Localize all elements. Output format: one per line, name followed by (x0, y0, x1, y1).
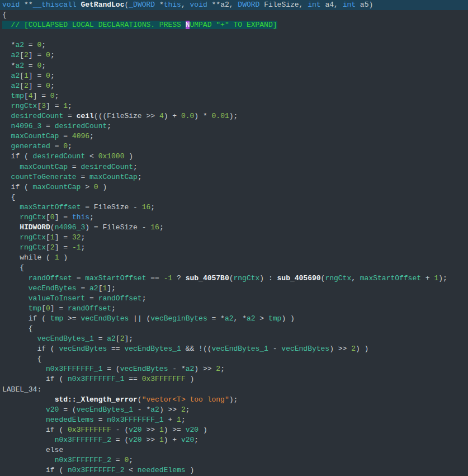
code-token-p: ; (133, 163, 138, 171)
code-line[interactable]: maxStartOffset = FileSize - 16; (0, 202, 468, 213)
code-line[interactable]: void **__thiscall GetRandLoc(_DWORD *thi… (0, 0, 468, 10)
code-line[interactable]: { (0, 192, 468, 202)
code-token-p: * (2, 41, 15, 49)
code-token-v: countToGenerate (11, 173, 77, 181)
code-token-p: == (124, 375, 141, 383)
code-line[interactable]: { (0, 354, 468, 364)
code-token-p: ); (229, 112, 238, 120)
code-line[interactable]: else (0, 445, 468, 455)
code-token-n: 2 (50, 243, 55, 252)
code-line[interactable]: maxCountCap = 4096; (0, 131, 468, 142)
code-token-f: ceil (77, 112, 94, 120)
code-token-p: { (2, 355, 41, 363)
code-line[interactable]: if ( vecEndBytes == vecEndBytes_1 && !((… (0, 344, 468, 354)
code-line[interactable]: a2[2] = 0; (0, 50, 468, 60)
code-token-p: { (2, 263, 24, 272)
code-line[interactable]: { (0, 10, 468, 20)
code-token-p: (((FileSize >> (94, 112, 159, 120)
code-token-n: 1 (177, 416, 181, 424)
code-token-n: 0 (63, 142, 68, 150)
code-line[interactable]: v20 = (vecEndBytes_1 - *a2) >> 2; (0, 405, 468, 415)
code-line[interactable]: if ( desiredCount < 0x1000 ) (0, 152, 468, 162)
code-token-v: vecEndBytes_1 (124, 345, 181, 353)
code-line[interactable]: if ( tmp >= vecEndBytes || (vecBeginByte… (0, 314, 468, 324)
code-token-p (2, 112, 11, 120)
code-line[interactable]: n0x3FFFFFFF_2 = 0; (0, 455, 468, 465)
code-token-p: ? (172, 274, 185, 282)
code-token-p: = (59, 132, 72, 140)
code-token-p (2, 416, 46, 424)
code-token-p (2, 406, 46, 414)
code-token-p: if ( (2, 426, 68, 434)
code-line[interactable]: if ( 0x3FFFFFFF - (v20 >> 1) >= v20 ) (0, 425, 468, 435)
decompiler-pseudocode-view[interactable]: void **__thiscall GetRandLoc(_DWORD *thi… (0, 0, 468, 476)
code-line[interactable]: tmp[0] = randOffset; (0, 304, 468, 314)
code-token-v: n0x3FFFFFFF_1 (68, 375, 124, 383)
code-token-n: 0 (46, 82, 50, 90)
code-line[interactable]: rngCtx[3] = 1; (0, 101, 468, 111)
code-line[interactable]: { (0, 324, 468, 334)
code-line[interactable]: n0x3FFFFFFF_2 = (v20 >> 1) + v20; (0, 435, 468, 445)
code-line[interactable]: valueToInsert = randOffset; (0, 294, 468, 304)
code-line[interactable]: tmp[4] = 0; (0, 91, 468, 101)
code-token-v: vecEndBytes_1 (212, 345, 268, 353)
code-token-p: ; (41, 41, 46, 49)
code-token-p: ( (138, 395, 142, 404)
code-line[interactable]: if ( maxCountCap > 0 ) (0, 182, 468, 192)
code-line[interactable]: randOffset = maxStartOffset == -1 ? sub_… (0, 274, 468, 284)
code-line[interactable] (0, 30, 468, 40)
code-token-v: tmp (29, 304, 41, 313)
code-line[interactable]: n0x3FFFFFFF_1 = (vecEndBytes - *a2) >> 2… (0, 364, 468, 374)
code-line[interactable]: vecEndBytes_1 = a2[2]; (0, 334, 468, 344)
code-line[interactable]: rngCtx[1] = 32; (0, 233, 468, 243)
code-line[interactable]: *a2 = 0; (0, 40, 468, 50)
code-token-v: vecEndBytes (120, 365, 168, 373)
code-line[interactable]: n4096_3 = desiredCount; (0, 121, 468, 131)
code-line[interactable]: LABEL_34: (0, 385, 468, 395)
code-line[interactable]: // [COLLAPSED LOCAL DECLARATIONS. PRESS … (0, 20, 468, 30)
code-token-p: ] = (29, 72, 46, 80)
code-token-v: v20 (46, 406, 59, 414)
code-line[interactable]: *a2 = 0; (0, 61, 468, 71)
code-token-p: ]; (107, 284, 116, 293)
code-token-p: ] = (55, 213, 72, 221)
code-token-v: maxCountCap (20, 163, 68, 171)
code-line[interactable]: std::_Xlength_error("vector<T> too long"… (0, 395, 468, 405)
code-line[interactable]: HIDWORD(n4096_3) = FileSize - 16; (0, 223, 468, 233)
code-line[interactable]: countToGenerate = maxCountCap; (0, 172, 468, 182)
code-token-n: 3 (41, 102, 46, 110)
code-line[interactable]: while ( 1 ) (0, 253, 468, 263)
code-line[interactable]: rngCtx[0] = this; (0, 213, 468, 223)
code-token-p: = (63, 112, 76, 120)
code-line[interactable]: a2[1] = 0; (0, 71, 468, 81)
code-token-v: n0x3FFFFFFF_1 (46, 365, 102, 373)
code-line[interactable]: generated = 0; (0, 142, 468, 152)
code-line[interactable]: a2[2] = 0; (0, 81, 468, 91)
code-token-n: 0.0 (181, 112, 194, 120)
code-line[interactable]: rngCtx[2] = -1; (0, 243, 468, 253)
code-token-p: ) >= (164, 426, 186, 434)
code-line[interactable]: if ( n0x3FFFFFFF_2 < neededElems ) (0, 465, 468, 475)
code-token-n: 0.01 (212, 112, 229, 120)
code-token-p: == (107, 345, 124, 353)
code-line[interactable]: maxCountCap = desiredCount; (0, 162, 468, 172)
code-token-p (2, 203, 20, 211)
code-token-p (2, 334, 37, 343)
code-token-p: ] = (46, 102, 63, 110)
code-line[interactable]: desiredCount = ceil(((FileSize >> 4) + 0… (0, 111, 468, 121)
code-token-n: 0x3FFFFFFF (142, 375, 186, 383)
code-line[interactable]: vecEndBytes = a2[1]; (0, 284, 468, 294)
code-token-v: a2 (225, 314, 234, 323)
code-line[interactable]: neededElems = n0x3FFFFFFF_1 + 1; (0, 415, 468, 425)
code-token-p: + (164, 416, 177, 424)
code-token-v: maxCountCap (33, 183, 81, 191)
code-token-p: while ( (2, 253, 55, 262)
code-token-p: = (50, 142, 63, 150)
code-token-p: [ (41, 304, 46, 313)
code-token-v: desiredCount (11, 112, 64, 120)
code-line[interactable]: if ( n0x3FFFFFFF_1 == 0x3FFFFFFF ) (0, 374, 468, 384)
code-token-p: [ (20, 72, 24, 80)
code-line[interactable]: { (0, 263, 468, 273)
code-token-p: ) : (259, 274, 277, 282)
code-token-p: ) * (194, 112, 211, 120)
